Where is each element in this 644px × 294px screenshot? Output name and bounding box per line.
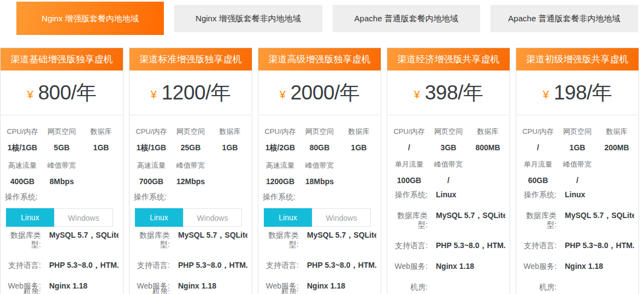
spec-item: 高速流量 1200GB xyxy=(261,161,300,186)
plan-title: 渠道标准增强版独享虚机 xyxy=(129,48,252,70)
attribute-value: PHP 5.3~8.0，HTM... xyxy=(178,261,247,270)
attribute-value: MySQL 5.7，SQLite xyxy=(307,231,376,249)
spec-label: 峰值带宽 xyxy=(429,160,468,169)
price-amount: 398 xyxy=(425,81,458,104)
attribute-label: 数据库类型: xyxy=(392,211,428,230)
attribute-row: 机房: xyxy=(134,287,247,294)
tab-apache-basic-mainland[interactable]: Apache 普通版套餐内地地域 xyxy=(333,5,480,32)
spec-value: 25GB xyxy=(171,143,210,152)
spec-label: 网页空间 xyxy=(429,127,468,137)
attribute-label: 操作系统: xyxy=(392,190,428,199)
price-amount: 1200 xyxy=(162,81,205,104)
spec-item: 高速流量 400GB xyxy=(3,161,42,186)
spec-item: 网页空间 25GB xyxy=(171,127,210,153)
spec-value: 200MB xyxy=(597,143,636,152)
tab-nginx-enhanced-mainland[interactable]: Nginx 增强版套餐内地地域 xyxy=(16,2,164,35)
attribute-value xyxy=(178,287,247,294)
spec-item: CPU/内存 1核/1GB xyxy=(3,127,42,153)
os-toggle: Linux Windows xyxy=(6,208,117,227)
os-option-windows[interactable]: Windows xyxy=(54,208,113,227)
price-amount: 800 xyxy=(38,81,71,104)
cards-row: 渠道基础增强版独享虚机 ¥ 800 /年 CPU/内存 1核/1GB 网页空间 … xyxy=(0,35,644,294)
attribute-value: PHP 5.3~8.0，HTM... xyxy=(436,241,505,250)
attribute-value: Nginx 1.18 xyxy=(436,262,505,271)
spec-item: 峰值带宽 / xyxy=(429,160,468,185)
plan-card: 渠道初级增强版共享虚机 ¥ 198 /年 CPU/内存 / 网页空间 1GB 数… xyxy=(516,48,639,294)
spec-label: 单月流量 xyxy=(518,160,558,169)
spec-item: CPU/内存 1核/1GB xyxy=(132,127,171,153)
attribute-value: MySQL 5.7，SQLite xyxy=(565,211,634,230)
spec-value: 60GB xyxy=(518,176,558,185)
attribute-value: MySQL 5.7，SQLite xyxy=(436,211,505,230)
attribute-label: 机房: xyxy=(392,283,428,292)
spec-label: 网页空间 xyxy=(42,127,81,137)
spec-grid: CPU/内存 / 网页空间 3GB 数据库 800MB 单月流量 100GB 峰… xyxy=(389,127,507,185)
spec-label: CPU/内存 xyxy=(261,127,300,137)
spec-label: 数据库 xyxy=(597,127,636,137)
spec-value: 1GB xyxy=(558,143,597,152)
spec-label: 高速流量 xyxy=(132,161,171,170)
attribute-value: Linux xyxy=(565,190,634,199)
os-option-windows[interactable]: Windows xyxy=(312,208,371,227)
os-option-linux[interactable]: Linux xyxy=(135,208,183,227)
attribute-rows: 数据库类型: MySQL 5.7，SQLite 支持语言: PHP 5.3~8.… xyxy=(1,231,123,294)
attribute-row: 支持语言: PHP 5.3~8.0，HTM... xyxy=(5,261,119,270)
spec-label: CPU/内存 xyxy=(132,127,171,137)
tab-nginx-enhanced-non-mainland[interactable]: Nginx 增强版套餐非内地地域 xyxy=(174,5,322,32)
spec-value: 1核/1GB xyxy=(3,143,42,153)
attribute-value: Linux xyxy=(436,190,505,199)
plan-price: ¥ 1200 /年 xyxy=(131,70,251,115)
attribute-label: 数据库类型: xyxy=(521,211,557,230)
spec-value: / xyxy=(558,176,597,185)
spec-label: 网页空间 xyxy=(300,127,339,137)
price-unit: /年 xyxy=(71,79,96,107)
tab-apache-basic-non-mainland[interactable]: Apache 普通版套餐非内地地域 xyxy=(491,5,638,32)
attribute-value: PHP 5.3~8.0，HTM... xyxy=(307,261,376,270)
os-option-linux[interactable]: Linux xyxy=(6,208,54,227)
spec-value: 1200GB xyxy=(261,177,300,186)
plan-card: 渠道标准增强版独享虚机 ¥ 1200 /年 CPU/内存 1核/1GB 网页空间… xyxy=(129,48,252,294)
plan-price: ¥ 198 /年 xyxy=(517,70,637,115)
plan-title: 渠道高级增强版独享虚机 xyxy=(258,48,381,70)
spec-value: 1GB xyxy=(81,143,121,152)
attribute-row: 机房: xyxy=(392,283,505,292)
attribute-row: 数据库类型: MySQL 5.7，SQLite xyxy=(521,211,634,230)
attribute-label: 机房: xyxy=(263,287,299,294)
price-unit: /年 xyxy=(458,79,483,107)
spec-value: 18Mbps xyxy=(300,177,339,186)
os-toggle: Linux Windows xyxy=(135,208,246,227)
attribute-value xyxy=(436,283,505,292)
os-toggle: Linux Windows xyxy=(264,208,375,227)
os-option-windows[interactable]: Windows xyxy=(183,208,242,227)
spec-item: CPU/内存 / xyxy=(518,127,558,152)
spec-item: 网页空间 3GB xyxy=(429,127,468,152)
spec-item: CPU/内存 / xyxy=(389,127,429,152)
attribute-row: 支持语言: PHP 5.3~8.0，HTM... xyxy=(134,261,247,270)
spec-item: 峰值带宽 8Mbps xyxy=(42,161,81,186)
spec-value: / xyxy=(429,176,468,185)
spec-grid: CPU/内存 1核/1GB 网页空间 25GB 数据库 1GB 高速流量 700… xyxy=(132,127,250,186)
attribute-label: 支持语言: xyxy=(5,261,41,270)
attribute-row: 操作系统: Linux xyxy=(521,190,634,199)
spec-label: 高速流量 xyxy=(261,161,300,170)
attribute-row: 数据库类型: MySQL 5.7，SQLite xyxy=(392,211,505,230)
spec-label: 峰值带宽 xyxy=(558,160,597,169)
spec-label: 高速流量 xyxy=(3,161,42,170)
price-amount: 2000 xyxy=(291,81,334,104)
attribute-value: PHP 5.3~8.0，HTM... xyxy=(49,261,119,270)
spec-item: 峰值带宽 18Mbps xyxy=(300,161,339,186)
attribute-label: 机房: xyxy=(5,287,41,294)
attribute-label: 支持语言: xyxy=(134,261,170,270)
plan-price: ¥ 2000 /年 xyxy=(259,70,380,115)
attribute-label: 操作系统: xyxy=(521,190,557,199)
spec-label: 数据库 xyxy=(210,127,250,137)
attribute-label: Web服务: xyxy=(521,262,557,271)
spec-value: 12Mbps xyxy=(171,177,210,186)
os-label: 操作系统: xyxy=(263,192,381,202)
attribute-value xyxy=(307,287,376,294)
price-unit: /年 xyxy=(205,79,231,107)
spec-label: 数据库 xyxy=(468,127,507,137)
plan-title: 渠道基础增强版独享虚机 xyxy=(1,48,123,70)
price-amount: 198 xyxy=(554,81,587,104)
os-option-linux[interactable]: Linux xyxy=(264,208,312,227)
